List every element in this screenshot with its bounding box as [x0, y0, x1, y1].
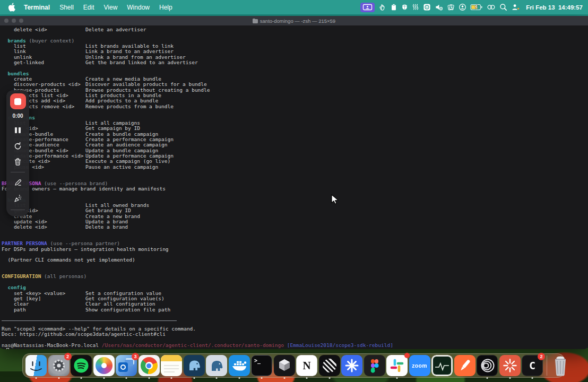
menu-window[interactable]: Window	[122, 4, 154, 11]
shield-icon[interactable]	[401, 3, 408, 12]
dock-app-postman[interactable]	[454, 355, 475, 376]
dock-app-terminal[interactable]: >_	[251, 355, 272, 376]
cube-app-icon	[274, 355, 295, 376]
terminal-text: For DSPs and publishers — integration he…	[2, 246, 169, 252]
command-name: update <id>	[2, 219, 47, 224]
prompt-cwd-path: /Users/nas/conductor/agentic-client/.con…	[102, 342, 284, 348]
persona-header-suffix: (all personas)	[41, 273, 87, 279]
command-name: clear	[2, 301, 29, 307]
dock-app-spotify[interactable]	[71, 355, 92, 376]
trash-icon	[14, 158, 22, 166]
section-header: brands	[2, 38, 26, 44]
hand-gesture-icon[interactable]	[378, 3, 386, 12]
dock-app-chrome[interactable]	[139, 355, 160, 376]
persona-header-suffix: (use --persona brand)	[41, 180, 108, 186]
restart-record-button[interactable]	[6, 138, 29, 154]
link-icon[interactable]	[487, 3, 496, 12]
passes-icon[interactable]	[447, 3, 455, 12]
running-indicator-dot	[238, 377, 240, 379]
notes-icon	[161, 355, 182, 376]
dock-app-starburst-app[interactable]	[341, 355, 362, 376]
clipboard-icon[interactable]	[390, 3, 397, 12]
terminal-cursor[interactable]	[6, 348, 9, 349]
dock-app-sphere-app[interactable]	[319, 355, 340, 376]
dock-app-outlook[interactable]: 3	[116, 355, 137, 376]
battery-charging-icon[interactable]	[470, 3, 483, 12]
running-indicator-dot	[81, 377, 82, 379]
spotlight-search-icon[interactable]	[499, 3, 507, 12]
section-header: config	[2, 284, 26, 290]
running-indicator-dot	[509, 377, 511, 379]
command-description: Delete a brand	[85, 224, 128, 230]
restart-icon	[13, 142, 22, 151]
stop-record-button[interactable]	[10, 93, 26, 109]
user-switch-icon[interactable]	[511, 3, 520, 12]
terminal-content[interactable]: delete <id>Delete an advertiser brands (…	[0, 25, 588, 349]
magic-wand-icon	[13, 194, 22, 203]
pause-icon	[15, 127, 21, 133]
terminal-text: Run "scope3 <command> --help" for detail…	[2, 326, 196, 332]
dock-app-cube-app[interactable]	[274, 355, 295, 376]
terminal-line: create-audienceCreate an audience campai…	[2, 142, 588, 147]
terminal-line: Docs: https://github.com/scope3data/agen…	[2, 332, 588, 337]
command-name: link	[2, 48, 26, 54]
prompt-git-branch: [EmmaLouise2018/scope3-sdk-rebuild]	[287, 342, 393, 348]
running-indicator-dot	[103, 377, 105, 379]
docker-icon	[229, 355, 250, 376]
dock-app-activity-waveform[interactable]	[431, 355, 453, 376]
menu-view[interactable]: View	[99, 4, 123, 11]
terminal-line: pause <id>Pause an active campaign	[2, 164, 588, 170]
dock-app-photos[interactable]	[93, 355, 115, 376]
account-icon[interactable]	[459, 3, 466, 12]
terminal-text: (Partner CLI commands not yet implemente…	[2, 257, 135, 263]
dock-app-zoom[interactable]: zoom	[409, 355, 430, 376]
effects-button[interactable]	[6, 190, 29, 206]
running-indicator-dot	[396, 377, 398, 379]
dock-app-slack[interactable]	[386, 355, 408, 376]
menu-bar: TerminalShellEditViewWindowHelp Fri Feb …	[0, 0, 588, 14]
screen-recorder-panel: 0:00	[6, 90, 29, 216]
dock-app-postico[interactable]	[184, 355, 205, 376]
dock-app-claude[interactable]	[499, 355, 521, 376]
menu-shell[interactable]: Shell	[55, 4, 79, 11]
heat-waves-icon[interactable]	[412, 3, 419, 12]
mouse-pointer	[331, 194, 339, 207]
terminal-line	[2, 109, 588, 115]
screen-sharing-icon[interactable]	[360, 3, 375, 12]
running-indicator-dot	[126, 377, 127, 379]
menu-items: TerminalShellEditViewWindowHelp	[19, 4, 177, 11]
stop-icon	[14, 98, 21, 105]
command-name: path	[2, 307, 26, 312]
pencil-icon	[14, 178, 22, 187]
dock-app-notes[interactable]	[161, 355, 182, 376]
annotate-button[interactable]	[6, 175, 29, 190]
dock-trash[interactable]	[550, 354, 570, 377]
notion-icon: N	[296, 355, 317, 376]
dock-app-finder[interactable]	[25, 355, 47, 376]
discard-record-button[interactable]	[6, 154, 29, 170]
menu-edit[interactable]: Edit	[79, 4, 99, 11]
running-indicator-dot	[261, 377, 263, 379]
pause-record-button[interactable]	[6, 122, 29, 138]
dock-app-concentric-app[interactable]	[477, 355, 498, 376]
prompt-user-host: nas@Nastassias-MacBook-Pro.local	[2, 342, 99, 348]
dock-app-figma[interactable]	[364, 355, 385, 376]
camera-lens-icon[interactable]	[423, 3, 431, 12]
running-indicator-dot	[171, 377, 172, 379]
dock-app-notion[interactable]: N	[296, 355, 317, 376]
apple-menu-icon[interactable]	[5, 3, 18, 12]
dock-app-postgres[interactable]	[206, 355, 227, 376]
menu-help[interactable]: Help	[154, 4, 177, 11]
menu-terminal[interactable]: Terminal	[19, 4, 55, 11]
terminal-window: santo-domingo — -zsh — 215×59 delete <id…	[0, 16, 588, 349]
terminal-line: clearClear all configuration	[2, 301, 588, 307]
persona-header: CONFIGURATION	[2, 273, 41, 279]
notification-badge	[404, 353, 410, 358]
speaker-icon[interactable]	[435, 3, 443, 12]
dock-app-conductor[interactable]: C2	[522, 355, 543, 376]
terminal-line	[2, 268, 588, 274]
dock-app-docker[interactable]	[229, 355, 250, 376]
menu-bar-clock[interactable]: Fri Feb 13 14:49:57	[526, 4, 583, 11]
dock-app-system-settings[interactable]: 2	[48, 355, 70, 376]
terminal-titlebar[interactable]: santo-domingo — -zsh — 215×59	[0, 16, 588, 25]
